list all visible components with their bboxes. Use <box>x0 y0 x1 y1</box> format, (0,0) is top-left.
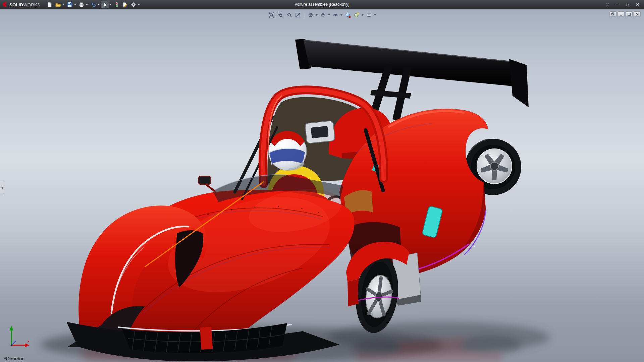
document-title: Voiture assemblee [Read-only] <box>294 0 349 9</box>
title-bar: SOLIDWORKS <box>0 0 644 9</box>
options-button[interactable] <box>129 1 138 8</box>
edit-appearance-button[interactable] <box>343 11 352 19</box>
brand-text-bold: SOLID <box>9 2 23 7</box>
save-icon <box>67 2 73 8</box>
display-style-icon <box>320 12 326 18</box>
dropdown-caret-icon[interactable] <box>98 4 100 5</box>
select-button[interactable] <box>101 1 109 8</box>
window-controls: ? – ✕ <box>603 1 642 8</box>
doc-maximize-button[interactable] <box>626 11 633 17</box>
roof-intake <box>305 121 335 143</box>
undo-button[interactable] <box>89 1 97 8</box>
view-orientation-button[interactable] <box>306 11 315 19</box>
doc-minimize-button[interactable] <box>618 11 625 17</box>
solidworks-logo[interactable]: SOLIDWORKS <box>2 2 44 8</box>
triad-x-label: x <box>28 339 30 343</box>
quick-access-toolbar <box>46 1 141 8</box>
new-document-button[interactable] <box>46 1 54 8</box>
graphics-viewport[interactable]: x *Dimetric <box>0 9 644 362</box>
dropdown-caret-icon[interactable] <box>374 14 376 16</box>
dropdown-caret-icon[interactable] <box>328 14 330 16</box>
print-button[interactable] <box>77 1 86 8</box>
hide-show-items-button[interactable] <box>331 11 339 19</box>
restore-icon <box>626 3 630 6</box>
rebuild-stoplight-icon <box>114 2 120 8</box>
zoom-to-area-button[interactable] <box>276 11 284 19</box>
zoom-to-area-icon <box>277 12 283 18</box>
dropdown-caret-icon[interactable] <box>109 4 111 5</box>
maximize-icon <box>628 13 631 16</box>
file-properties-button[interactable] <box>121 1 129 8</box>
view-settings-icon <box>366 12 372 18</box>
car-3d-model[interactable] <box>0 9 644 362</box>
new-document-icon <box>47 2 53 8</box>
display-style-button[interactable] <box>319 11 327 19</box>
brand-text-light: WORKS <box>23 2 40 7</box>
close-icon <box>636 13 639 16</box>
rebuild-button[interactable] <box>113 1 121 8</box>
dropdown-caret-icon[interactable] <box>74 4 76 5</box>
options-gear-icon <box>130 2 137 8</box>
dropdown-caret-icon[interactable] <box>62 4 64 5</box>
solidworks-logo-icon <box>2 2 8 7</box>
dropdown-caret-icon[interactable] <box>138 4 140 5</box>
minimize-icon <box>620 13 623 16</box>
zoom-to-fit-icon <box>269 12 275 18</box>
zoom-to-fit-button[interactable] <box>267 11 276 19</box>
dropdown-caret-icon[interactable] <box>86 4 88 5</box>
select-cursor-icon <box>102 2 108 8</box>
heads-up-toolbar <box>267 11 377 19</box>
dropdown-caret-icon[interactable] <box>340 14 342 16</box>
solidworks-window: SOLIDWORKS <box>0 0 644 362</box>
edit-appearance-icon <box>345 12 351 18</box>
save-button[interactable] <box>66 1 74 8</box>
chevron-left-icon <box>1 186 3 189</box>
side-mirror[interactable] <box>199 176 215 192</box>
undo-icon <box>90 2 96 8</box>
orientation-triad: x <box>5 322 35 352</box>
restore-button[interactable] <box>623 1 632 8</box>
restore-down-icon <box>611 12 615 16</box>
view-orientation-icon <box>308 12 314 18</box>
doc-restore-down-button[interactable] <box>609 11 616 17</box>
splitter-pylon <box>200 327 213 350</box>
panel-flyout-tab[interactable] <box>0 181 4 194</box>
section-view-icon <box>295 12 301 18</box>
file-properties-icon <box>122 2 128 8</box>
orientation-label: *Dimetric <box>4 356 24 361</box>
previous-view-button[interactable] <box>285 11 293 19</box>
dropdown-caret-icon[interactable] <box>316 14 318 16</box>
section-view-button[interactable] <box>293 11 302 19</box>
view-settings-button[interactable] <box>365 11 373 19</box>
apply-scene-button[interactable] <box>352 11 361 19</box>
minimize-button[interactable]: – <box>613 1 622 8</box>
document-window-controls <box>609 11 641 17</box>
doc-close-button[interactable] <box>634 11 641 17</box>
apply-scene-icon <box>354 12 360 18</box>
dropdown-caret-icon[interactable] <box>362 14 364 16</box>
help-button[interactable]: ? <box>603 1 612 8</box>
previous-view-icon <box>286 12 292 18</box>
open-button[interactable] <box>54 1 62 8</box>
print-icon <box>78 2 85 8</box>
close-button[interactable]: ✕ <box>633 1 642 8</box>
open-folder-icon <box>55 2 61 8</box>
toolbar-separator <box>304 12 304 18</box>
hide-show-items-icon <box>332 12 338 18</box>
